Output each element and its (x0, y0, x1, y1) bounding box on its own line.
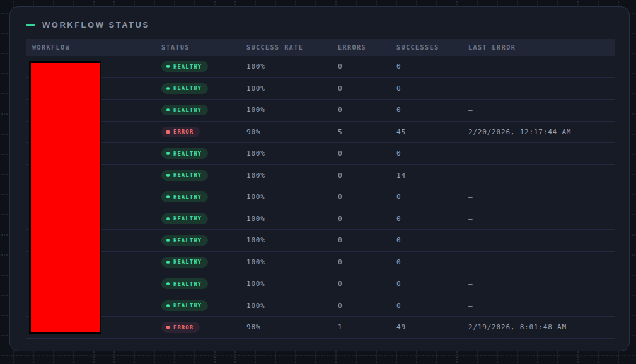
errors-cell: 0 (332, 62, 390, 71)
table-row: HEALTHY100%00— (26, 295, 615, 317)
column-header-success-rate: SUCCESS RATE (240, 44, 332, 51)
table-row: HEALTHY100%00— (26, 273, 615, 295)
successes-cell: 0 (390, 258, 462, 266)
status-cell: HEALTHY (155, 148, 240, 159)
table-row: HEALTHY100%00— (26, 230, 615, 252)
status-label: HEALTHY (173, 85, 202, 91)
success-rate-cell: 100% (240, 171, 332, 179)
status-badge: HEALTHY (161, 191, 208, 202)
last-error-cell: — (462, 302, 615, 310)
status-label: HEALTHY (173, 151, 202, 157)
status-badge: HEALTHY (161, 278, 208, 289)
success-rate-cell: 100% (240, 280, 332, 288)
errors-cell: 0 (332, 280, 390, 288)
status-dot-icon (166, 87, 170, 90)
column-header-successes: SUCCESSES (390, 44, 462, 51)
status-label: HEALTHY (173, 302, 202, 309)
success-rate-cell: 100% (240, 62, 332, 71)
status-dot-icon (166, 65, 170, 68)
status-cell: HEALTHY (155, 170, 240, 181)
table-row: HEALTHY100%00— (26, 56, 615, 78)
success-rate-cell: 100% (240, 302, 332, 310)
last-error-cell: — (462, 62, 615, 71)
success-rate-cell: 100% (240, 193, 332, 201)
errors-cell: 0 (332, 302, 390, 310)
status-dot-icon (166, 108, 170, 111)
successes-cell: 0 (390, 149, 462, 157)
status-cell: HEALTHY (155, 235, 240, 246)
successes-cell: 0 (390, 62, 462, 71)
errors-cell: 0 (332, 258, 390, 266)
status-label: ERROR (173, 128, 194, 135)
accent-dash-icon (26, 24, 35, 26)
successes-cell: 0 (390, 106, 462, 114)
status-badge: HEALTHY (161, 83, 208, 94)
status-cell: HEALTHY (155, 105, 240, 115)
status-dot-icon (166, 152, 170, 155)
errors-cell: 0 (332, 84, 390, 93)
table-row: ERROR90%5452/20/2026, 12:17:44 AM (26, 122, 615, 144)
successes-cell: 49 (390, 323, 462, 331)
success-rate-cell: 90% (240, 128, 332, 136)
last-error-cell: 2/19/2026, 8:01:48 AM (462, 323, 615, 331)
panel-title: WORKFLOW STATUS (42, 20, 150, 30)
last-error-cell: — (462, 106, 615, 114)
errors-cell: 5 (332, 128, 390, 136)
last-error-cell: — (462, 215, 615, 223)
status-dot-icon (166, 239, 170, 242)
success-rate-cell: 100% (240, 84, 332, 93)
table-row: HEALTHY100%00— (26, 208, 615, 230)
errors-cell: 0 (332, 193, 390, 201)
status-cell: HEALTHY (155, 61, 240, 72)
success-rate-cell: 100% (240, 215, 332, 223)
status-dot-icon (166, 282, 170, 285)
errors-cell: 0 (332, 215, 390, 223)
workflow-table: WORKFLOW STATUS SUCCESS RATE ERRORS SUCC… (26, 39, 615, 339)
status-cell: HEALTHY (155, 278, 240, 289)
table-body: HEALTHY100%00—HEALTHY100%00—HEALTHY100%0… (26, 56, 615, 339)
status-label: HEALTHY (173, 281, 202, 287)
errors-cell: 0 (332, 149, 390, 157)
status-badge: HEALTHY (161, 300, 208, 311)
column-header-errors: ERRORS (332, 44, 390, 51)
status-label: HEALTHY (173, 172, 202, 178)
successes-cell: 14 (390, 171, 462, 179)
status-cell: ERROR (155, 127, 240, 137)
status-label: HEALTHY (173, 215, 202, 222)
successes-cell: 0 (390, 84, 462, 93)
last-error-cell: — (462, 149, 615, 157)
errors-cell: 0 (332, 236, 390, 244)
status-cell: ERROR (155, 322, 240, 333)
status-badge: HEALTHY (161, 105, 208, 115)
status-badge: HEALTHY (161, 257, 208, 268)
status-cell: HEALTHY (155, 257, 240, 268)
table-row: HEALTHY100%00— (26, 186, 615, 208)
column-header-last-error: LAST ERROR (462, 44, 615, 51)
status-dot-icon (166, 130, 170, 134)
status-badge: HEALTHY (161, 213, 208, 224)
status-dot-icon (166, 326, 170, 329)
success-rate-cell: 100% (240, 106, 332, 114)
success-rate-cell: 98% (240, 323, 332, 331)
table-row: ERROR98%1492/19/2026, 8:01:48 AM (26, 317, 615, 339)
status-dot-icon (166, 304, 170, 307)
successes-cell: 0 (390, 193, 462, 201)
column-header-workflow: WORKFLOW (26, 44, 155, 51)
status-dot-icon (166, 195, 170, 198)
success-rate-cell: 100% (240, 236, 332, 244)
status-badge: HEALTHY (161, 170, 208, 181)
status-badge: HEALTHY (161, 61, 208, 72)
status-cell: HEALTHY (155, 213, 240, 224)
last-error-cell: — (462, 280, 615, 288)
status-cell: HEALTHY (155, 83, 240, 94)
successes-cell: 0 (390, 236, 462, 244)
last-error-cell: 2/20/2026, 12:17:44 AM (462, 128, 615, 136)
status-label: HEALTHY (173, 194, 202, 200)
status-label: HEALTHY (173, 64, 202, 70)
success-rate-cell: 100% (240, 258, 332, 266)
status-badge: HEALTHY (161, 235, 208, 246)
column-header-status: STATUS (155, 44, 240, 51)
last-error-cell: — (462, 84, 615, 93)
status-badge: ERROR (161, 322, 200, 333)
table-row: HEALTHY100%014— (26, 165, 615, 187)
